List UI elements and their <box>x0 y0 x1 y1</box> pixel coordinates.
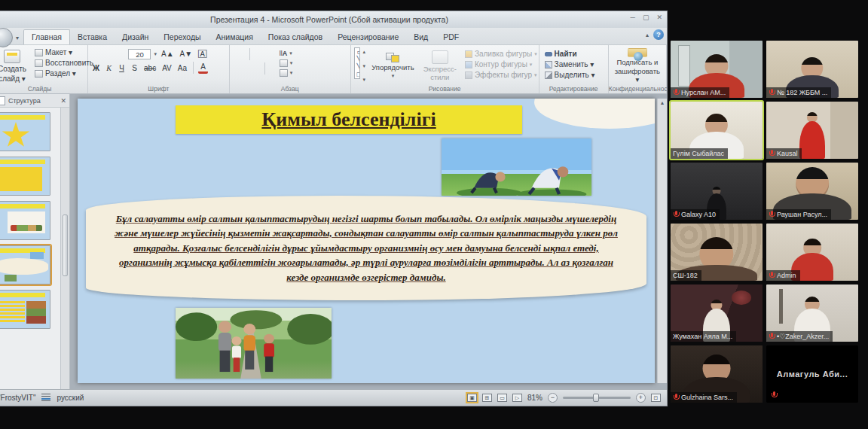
thumbnail-scrollbar[interactable] <box>60 108 69 389</box>
tab-pdf[interactable]: PDF <box>436 30 466 44</box>
fit-to-window-button[interactable]: ⊡ <box>651 394 661 402</box>
spellcheck-icon[interactable] <box>41 394 50 402</box>
zoom-in-button[interactable]: + <box>636 393 646 403</box>
select-button[interactable]: Выделить ▾ <box>542 70 598 80</box>
character-spacing-button[interactable]: AV <box>160 62 173 74</box>
italic-button[interactable]: К <box>104 62 114 74</box>
participant-tile[interactable]: Gulzhaina Sars... <box>671 345 763 403</box>
title-bar[interactable]: Презентация 4 - Microsoft PowerPoint (Сб… <box>0 11 667 28</box>
maximize-button[interactable]: ▢ <box>643 14 649 21</box>
shape-fill-button[interactable]: Заливка фигуры▾ <box>463 49 539 59</box>
participant-tile[interactable]: Kausal <box>766 102 858 159</box>
slide-sorter-button[interactable]: ⊞ <box>482 394 492 402</box>
participant-tile[interactable]: СШ-182 <box>671 224 763 281</box>
section-button[interactable]: Раздел ▾ <box>32 68 96 78</box>
quick-styles-button[interactable]: Экспресс-стили <box>420 47 460 84</box>
tab-home[interactable]: Главная <box>23 29 70 44</box>
slide-photo-jogging[interactable] <box>176 308 332 379</box>
participant-tile-no-video[interactable]: Алмагуль Аби... <box>766 345 858 403</box>
language-indicator[interactable]: русский <box>57 394 84 402</box>
columns-icon[interactable] <box>270 67 274 70</box>
replace-button[interactable]: Заменить ▾ <box>542 59 598 69</box>
close-button[interactable]: ✕ <box>656 14 662 21</box>
minimize-button[interactable]: ─ <box>631 14 635 21</box>
sign-encrypt-button[interactable]: Подписать и зашифровать ▾ <box>612 47 663 84</box>
shape-outline-button[interactable]: Контур фигуры▾ <box>463 59 539 69</box>
slide-thumbnail-4-current[interactable] <box>0 245 50 284</box>
participant-tile[interactable]: Admin <box>766 224 858 281</box>
increase-indent-icon[interactable] <box>262 53 267 56</box>
participant-tile-active-speaker[interactable]: Гүлім Сыбайлас <box>671 102 763 159</box>
slide-body-banner[interactable]: Бұл салауатты өмір салтын қалыптастыруды… <box>86 196 646 301</box>
participant-tile[interactable]: •♡Zaker_Akzer... <box>766 284 858 342</box>
change-case-button[interactable]: Аа <box>176 62 188 74</box>
shapes-gallery[interactable]: ▭ ╲ ╲ □ ○ ◻ △ ⇨ ⇩ ◇ ▽ ☆ ∿ ∿ { } ✦ <box>354 47 360 79</box>
layout-button[interactable]: Макет ▾ <box>32 47 96 57</box>
tab-design[interactable]: Дизайн <box>115 30 156 44</box>
justify-icon[interactable] <box>255 67 260 70</box>
slides-tab-icon[interactable] <box>0 96 5 105</box>
slide-title-banner[interactable]: Қимыл белсенділігі <box>176 105 522 134</box>
participant-tile[interactable]: Нурслан АМ... <box>671 41 763 98</box>
shadow-button[interactable]: S <box>130 62 139 74</box>
zoom-slider-knob[interactable] <box>593 394 599 402</box>
align-center-icon[interactable] <box>240 67 245 70</box>
bold-button[interactable]: Ж <box>91 62 101 74</box>
font-size-caret-icon[interactable]: ▾ <box>154 51 157 57</box>
numbering-icon[interactable] <box>240 53 245 56</box>
underline-button[interactable]: Ч <box>117 62 127 74</box>
align-right-icon[interactable] <box>248 67 252 70</box>
tab-view[interactable]: Вид <box>406 30 436 44</box>
slide-thumbnail-2[interactable] <box>0 157 50 196</box>
clear-formatting-button[interactable]: 🄰 <box>197 48 208 59</box>
slide-thumbnail-3[interactable] <box>0 201 50 240</box>
zoom-slider[interactable] <box>563 397 631 399</box>
participant-tile[interactable]: № 182 ЖББМ ... <box>766 41 858 98</box>
help-button[interactable]: ? <box>653 29 664 40</box>
slide-scrollbar[interactable]: ▲ <box>657 99 667 383</box>
ribbon-group-privacy: Подписать и зашифровать ▾ Конфиденциальн… <box>609 45 667 93</box>
participant-tile[interactable]: Galaxy A10 <box>671 163 763 220</box>
smartart-button[interactable]: ▾ <box>277 68 295 78</box>
tab-animation[interactable]: Анимация <box>209 30 261 44</box>
participant-tile[interactable]: Жумахан Аяла М... <box>671 284 763 342</box>
find-button[interactable]: Найти <box>542 49 598 59</box>
shapes-scroll-buttons[interactable]: ▴▾▾ <box>363 47 366 84</box>
line-spacing-icon[interactable] <box>270 53 274 56</box>
tab-transitions[interactable]: Переходы <box>156 30 208 44</box>
quick-access-caret-icon[interactable]: ▾ <box>16 35 19 41</box>
zoom-out-button[interactable]: − <box>548 393 558 403</box>
slide-photo-exercise[interactable] <box>442 138 591 196</box>
participant-tile[interactable]: Раушан Расул... <box>766 163 858 220</box>
reset-button[interactable]: Восстановить <box>32 58 96 68</box>
shape-effects-button[interactable]: Эффекты фигур▾ <box>463 70 539 80</box>
normal-view-button[interactable]: ▣ <box>467 394 477 402</box>
align-text-button[interactable]: ▾ <box>277 59 295 68</box>
font-size-input[interactable]: 20 <box>128 49 151 59</box>
bullets-icon[interactable] <box>233 53 237 56</box>
tab-insert[interactable]: Вставка <box>70 30 115 44</box>
slideshow-button[interactable]: ▷ <box>512 394 522 402</box>
strikethrough-button[interactable]: abc <box>142 62 157 74</box>
text-direction-button[interactable]: llА▾ <box>277 49 295 58</box>
zoom-level[interactable]: 81% <box>527 394 542 402</box>
muted-mic-icon <box>769 150 775 157</box>
arrange-button[interactable]: Упорядочить▾ <box>368 47 417 84</box>
shrink-font-button[interactable]: А▼ <box>179 48 194 59</box>
grow-font-button[interactable]: А▲ <box>160 48 176 59</box>
slide-thumbnail-1[interactable] <box>0 112 50 151</box>
reading-view-button[interactable]: ▭ <box>497 394 507 402</box>
decrease-indent-icon[interactable] <box>255 53 259 56</box>
ribbon-group-paragraph: llА▾ ▾ ▾ Абзац <box>230 45 351 93</box>
tab-review[interactable]: Рецензирование <box>330 30 406 44</box>
tab-slideshow[interactable]: Показ слайдов <box>261 30 330 44</box>
scroll-up-icon[interactable]: ▲ <box>658 99 667 105</box>
align-left-icon[interactable] <box>233 67 237 70</box>
outline-tab[interactable]: Структура <box>8 97 41 105</box>
font-color-button[interactable]: А <box>198 62 208 74</box>
slide-canvas[interactable]: Қимыл белсенділігі <box>78 99 655 383</box>
panel-close-icon[interactable]: ✕ <box>60 97 66 105</box>
slide-thumbnail-5[interactable] <box>0 290 50 329</box>
ribbon-collapse-icon[interactable]: ▴ <box>646 32 649 38</box>
new-slide-button[interactable]: Создать слайд ▾ <box>0 47 29 84</box>
